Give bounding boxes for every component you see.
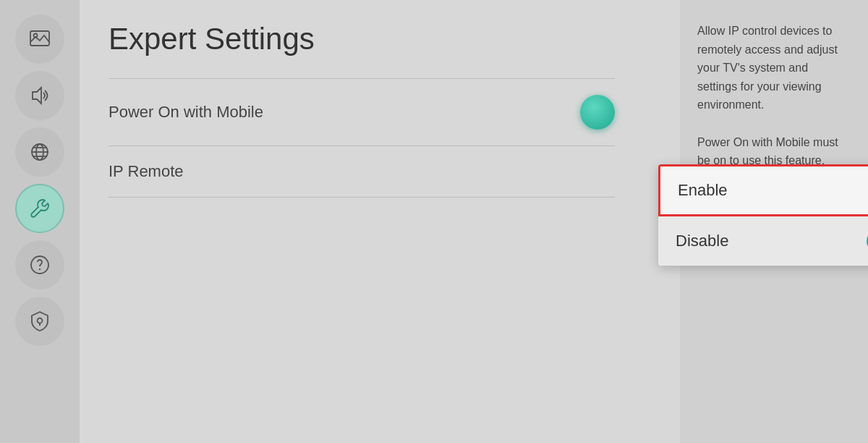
dropdown-disable-label: Disable — [676, 232, 728, 250]
sidebar-item-tools[interactable] — [15, 184, 64, 233]
sidebar — [0, 0, 80, 443]
power-on-mobile-toggle[interactable] — [580, 95, 615, 130]
sidebar-item-network[interactable] — [15, 127, 64, 177]
sidebar-item-sound[interactable] — [15, 71, 64, 120]
power-on-mobile-label: Power On with Mobile — [109, 103, 263, 122]
security-icon — [28, 310, 51, 333]
ip-remote-label: IP Remote — [109, 162, 184, 181]
dropdown-enable-label: Enable — [678, 181, 728, 200]
sidebar-item-support[interactable] — [15, 240, 64, 290]
tools-icon — [28, 197, 51, 220]
sidebar-item-picture[interactable] — [15, 14, 64, 64]
svg-point-10 — [38, 318, 43, 324]
setting-row-power-on-mobile: Power On with Mobile — [109, 78, 615, 146]
setting-row-ip-remote: IP Remote Enable Disable ✓ — [109, 146, 615, 198]
dropdown-option-disable[interactable]: Disable ✓ — [658, 216, 868, 266]
sound-icon — [28, 84, 51, 107]
ip-remote-dropdown-menu[interactable]: Enable Disable ✓ — [658, 164, 868, 266]
svg-point-9 — [39, 269, 41, 270]
description-text: Allow IP control devices to remotely acc… — [697, 22, 851, 170]
settings-list: Power On with Mobile IP Remote Enable Di… — [109, 78, 615, 198]
svg-point-1 — [34, 34, 38, 38]
support-icon — [28, 253, 51, 277]
network-icon — [28, 140, 51, 164]
picture-icon — [28, 28, 51, 51]
svg-marker-2 — [33, 88, 41, 104]
sidebar-item-security[interactable] — [15, 297, 64, 346]
dropdown-option-enable[interactable]: Enable — [658, 164, 868, 216]
